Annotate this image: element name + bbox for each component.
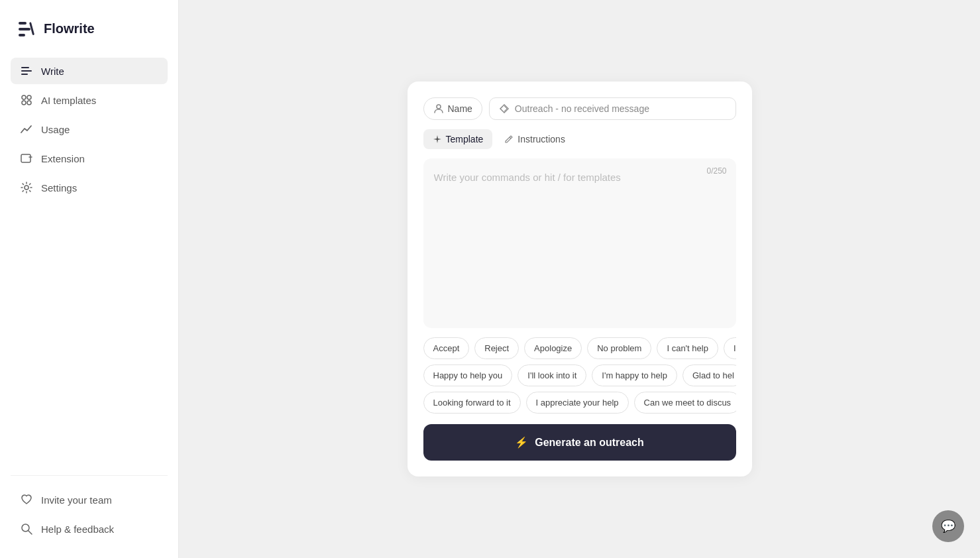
svg-point-7 <box>22 95 26 99</box>
chips-row-3: Looking forward to it I appreciate your … <box>423 392 736 414</box>
template-selector[interactable]: Outreach - no received message <box>489 97 736 120</box>
svg-point-9 <box>22 101 26 105</box>
svg-point-10 <box>27 101 31 105</box>
svg-point-8 <box>27 95 31 99</box>
sidebar-item-extension[interactable]: Extension <box>11 145 168 172</box>
generate-button-label: Generate an outreach <box>535 437 644 449</box>
sidebar-item-help-label: Help & feedback <box>41 524 114 535</box>
sidebar-item-ai-templates-label: AI templates <box>41 95 96 106</box>
chip-glad-to-hear[interactable]: Glad to hel <box>682 364 736 386</box>
chip-no-problem[interactable]: No problem <box>587 337 651 359</box>
char-count: 0/250 <box>706 166 726 176</box>
logo-icon <box>19 22 37 36</box>
pencil-icon <box>504 135 514 144</box>
sparkle-icon <box>433 135 442 144</box>
sidebar-item-write-label: Write <box>41 66 64 77</box>
tab-instructions[interactable]: Instructions <box>495 129 574 149</box>
ai-templates-icon <box>20 93 33 107</box>
chip-look-into-it[interactable]: I'll look into it <box>517 364 586 386</box>
logo-text: Flowrite <box>44 21 95 36</box>
svg-rect-2 <box>19 34 25 36</box>
main-content: Name Outreach - no received message <box>179 0 980 558</box>
chip-looking-forward[interactable]: Looking forward to it <box>423 392 521 414</box>
chip-apologize[interactable]: Apologize <box>524 337 582 359</box>
sidebar-bottom: Invite your team Help & feedback <box>11 475 168 542</box>
chips-container: Accept Reject Apologize No problem I can… <box>423 337 736 414</box>
usage-icon <box>20 123 33 136</box>
tabs: Template Instructions <box>423 129 736 149</box>
write-card: Name Outreach - no received message <box>408 82 752 476</box>
sidebar-item-invite[interactable]: Invite your team <box>11 486 168 513</box>
chip-im[interactable]: I'm <box>724 337 736 359</box>
person-icon <box>433 103 444 114</box>
svg-point-15 <box>437 105 441 109</box>
chat-button[interactable]: 💬 <box>932 510 964 542</box>
write-icon <box>20 64 33 78</box>
sidebar-item-help[interactable]: Help & feedback <box>11 516 168 542</box>
chip-appreciate-help[interactable]: I appreciate your help <box>526 392 629 414</box>
svg-point-13 <box>22 524 29 531</box>
svg-rect-6 <box>21 74 28 75</box>
generate-button[interactable]: ⚡ Generate an outreach <box>423 424 736 461</box>
svg-point-12 <box>25 186 28 190</box>
chip-reject[interactable]: Reject <box>474 337 519 359</box>
tab-template[interactable]: Template <box>423 129 493 149</box>
navigation-icon <box>499 103 510 114</box>
top-bar: Name Outreach - no received message <box>423 97 736 120</box>
name-pill[interactable]: Name <box>423 97 482 120</box>
chip-can-we-meet[interactable]: Can we meet to discus <box>634 392 736 414</box>
svg-line-14 <box>28 531 32 534</box>
chip-happy-help-you[interactable]: Happy to help you <box>423 364 513 386</box>
sidebar-item-usage[interactable]: Usage <box>11 116 168 142</box>
chips-row-1: Accept Reject Apologize No problem I can… <box>423 337 736 359</box>
tab-template-label: Template <box>446 134 484 144</box>
logo: Flowrite <box>11 16 168 42</box>
lightning-icon: ⚡ <box>515 436 528 449</box>
svg-rect-0 <box>19 22 27 25</box>
chip-accept[interactable]: Accept <box>423 337 470 359</box>
sidebar-item-settings[interactable]: Settings <box>11 174 168 201</box>
sidebar-item-invite-label: Invite your team <box>41 494 112 506</box>
svg-rect-11 <box>21 154 30 162</box>
svg-rect-5 <box>21 70 32 72</box>
sidebar-item-extension-label: Extension <box>41 153 85 164</box>
svg-rect-1 <box>19 28 30 30</box>
chips-row-2: Happy to help you I'll look into it I'm … <box>423 364 736 386</box>
chip-cant-help[interactable]: I can't help <box>657 337 718 359</box>
sidebar-item-settings-label: Settings <box>41 182 77 194</box>
tab-instructions-label: Instructions <box>517 134 565 144</box>
chat-icon: 💬 <box>941 519 955 533</box>
textarea-wrapper: 0/250 <box>423 158 736 328</box>
search-icon <box>20 522 33 535</box>
sidebar: Flowrite Write AI templa <box>0 0 179 558</box>
nav-items: Write AI templates Usage <box>11 58 168 475</box>
commands-textarea[interactable] <box>434 169 726 315</box>
settings-icon <box>20 181 33 194</box>
sidebar-item-write[interactable]: Write <box>11 58 168 84</box>
name-pill-label: Name <box>448 103 472 114</box>
sidebar-item-ai-templates[interactable]: AI templates <box>11 87 168 113</box>
template-selector-text: Outreach - no received message <box>515 103 649 114</box>
svg-rect-4 <box>21 67 29 68</box>
chip-im-happy-help[interactable]: I'm happy to help <box>592 364 677 386</box>
sidebar-item-usage-label: Usage <box>41 124 70 135</box>
heart-icon <box>20 493 33 506</box>
extension-icon <box>20 152 33 165</box>
